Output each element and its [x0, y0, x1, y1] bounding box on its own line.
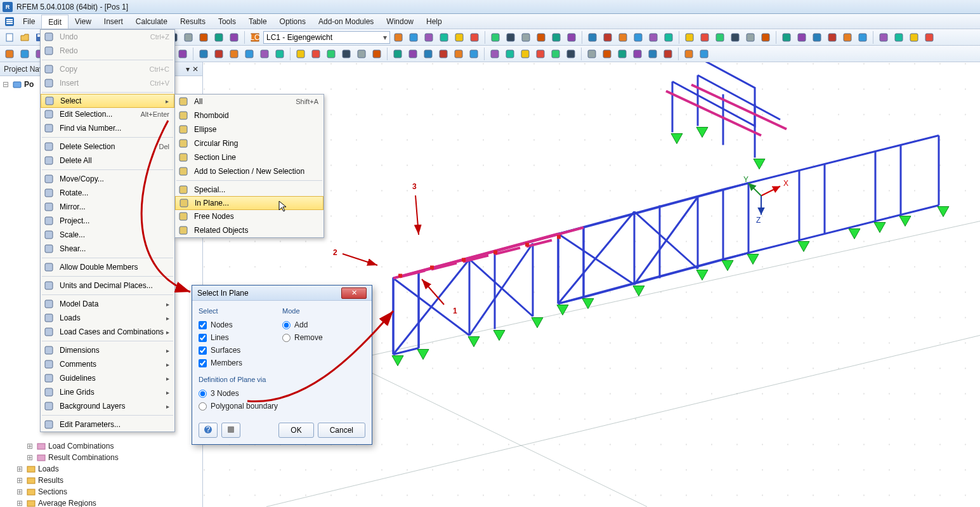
- menuitem-allow-double-members[interactable]: Allow Double Members: [41, 260, 174, 274]
- toolbar-icon[interactable]: [630, 47, 644, 61]
- menuitem-insert[interactable]: InsertCtrl+V: [41, 76, 174, 90]
- toolbar-icon[interactable]: [907, 30, 921, 44]
- help-button[interactable]: ?: [199, 423, 218, 438]
- radio-polygonal[interactable]: Polygonal boundary: [199, 400, 365, 412]
- toolbar-icon[interactable]: [810, 30, 824, 44]
- menu-table[interactable]: Table: [242, 14, 273, 29]
- menu-insert[interactable]: Insert: [98, 14, 129, 29]
- submenuitem-related-objects[interactable]: Related Objects: [175, 223, 323, 237]
- toolbar-icon[interactable]: [601, 30, 615, 44]
- menuitem-guidelines[interactable]: Guidelines▸: [41, 371, 174, 385]
- toolbar-icon[interactable]: [421, 47, 435, 61]
- menu-options[interactable]: Options: [273, 14, 312, 29]
- toolbar-icon[interactable]: [212, 30, 226, 44]
- toolbar-icon[interactable]: [488, 47, 502, 61]
- app-menu-button[interactable]: [3, 14, 16, 29]
- toolbar-icon[interactable]: [600, 47, 614, 61]
- menuitem-shear-[interactable]: Shear...: [41, 242, 174, 256]
- toolbar-icon[interactable]: [840, 30, 854, 44]
- menuitem-units-and-decimal-places-[interactable]: Units and Decimal Places...: [41, 279, 174, 293]
- menuitem-scale-[interactable]: Scale...: [41, 228, 174, 242]
- toolbar-icon[interactable]: [759, 30, 773, 44]
- menuitem-undo[interactable]: UndoCtrl+Z: [41, 30, 174, 44]
- menuitem-select[interactable]: Select▸: [41, 94, 174, 108]
- tree-item[interactable]: Loads: [38, 464, 59, 473]
- toolbar-icon[interactable]: [258, 47, 271, 61]
- toolbar-icon[interactable]: [467, 47, 481, 61]
- cancel-button[interactable]: Cancel: [318, 423, 365, 438]
- toolbar-icon[interactable]: [795, 30, 809, 44]
- toolbar-icon[interactable]: [922, 30, 936, 44]
- submenuitem-rhomboid[interactable]: Rhomboid: [175, 109, 323, 122]
- toolbar-icon[interactable]: [406, 47, 420, 61]
- toolbar-icon[interactable]: [616, 30, 630, 44]
- tree-item[interactable]: Result Combinations: [48, 453, 119, 462]
- menuitem-load-cases-and-combinations[interactable]: Load Cases and Combinations▸: [41, 325, 174, 339]
- toolbar-icon[interactable]: [273, 47, 287, 61]
- toolbar-icon[interactable]: [503, 47, 517, 61]
- toolbar-icon[interactable]: [549, 47, 563, 61]
- toolbar-icon[interactable]: [519, 30, 533, 44]
- menuitem-dimensions[interactable]: Dimensions▸: [41, 343, 174, 357]
- menuitem-edit-parameters-[interactable]: Edit Parameters...: [41, 418, 174, 431]
- toolbar-icon[interactable]: [661, 47, 675, 61]
- menuitem-edit-selection-[interactable]: Edit Selection...Alt+Enter: [41, 107, 174, 121]
- submenuitem-special-[interactable]: Special...: [175, 183, 323, 197]
- tree-item[interactable]: Load Combinations: [48, 442, 114, 451]
- tree-item[interactable]: Sections: [38, 487, 67, 496]
- toolbar-icon[interactable]: [646, 47, 660, 61]
- menuitem-loads[interactable]: Loads▸: [41, 311, 174, 325]
- toolbar-icon[interactable]: [324, 47, 338, 61]
- menuitem-model-data[interactable]: Model Data▸: [41, 297, 174, 311]
- toolbar-icon[interactable]: [355, 47, 369, 61]
- toolbar-icon[interactable]: [294, 47, 308, 61]
- toolbar-icon[interactable]: [436, 47, 450, 61]
- tree-item[interactable]: Average Regions: [38, 499, 96, 507]
- menu-calculate[interactable]: Calculate: [129, 14, 174, 29]
- toolbar-icon[interactable]: [422, 30, 436, 44]
- toolbar-icon[interactable]: [743, 30, 757, 44]
- submenuitem-add-to-selection-new-selection[interactable]: Add to Selection / New Selection: [175, 164, 323, 178]
- menu-help[interactable]: Help: [420, 14, 448, 29]
- submenuitem-free-nodes[interactable]: Free Nodes: [175, 209, 323, 223]
- menu-results[interactable]: Results: [174, 14, 212, 29]
- toolbar-icon[interactable]: [407, 30, 421, 44]
- check-members[interactable]: Members: [199, 357, 275, 369]
- toolbar-icon[interactable]: [565, 30, 578, 44]
- toolbar-icon[interactable]: [3, 47, 16, 61]
- toolbar-icon[interactable]: [391, 30, 405, 44]
- check-lines[interactable]: Lines: [199, 331, 275, 344]
- toolbar-icon[interactable]: [452, 30, 466, 44]
- toolbar-icon[interactable]: [713, 30, 727, 44]
- toolbar-icon[interactable]: [452, 47, 466, 61]
- toolbar-icon[interactable]: [18, 47, 32, 61]
- dialog-titlebar[interactable]: Select In Plane ✕: [192, 286, 372, 301]
- menuitem-copy[interactable]: CopyCtrl+C: [41, 62, 174, 76]
- new-icon[interactable]: [3, 30, 16, 44]
- toolbar-icon[interactable]: [856, 30, 870, 44]
- menu-view[interactable]: View: [69, 14, 98, 29]
- menuitem-background-layers[interactable]: Background Layers▸: [41, 399, 174, 413]
- toolbar-icon[interactable]: [176, 47, 190, 61]
- toolbar-icon[interactable]: [504, 30, 518, 44]
- toolbar-icon[interactable]: [662, 30, 676, 44]
- settings-button[interactable]: [221, 423, 240, 438]
- combo-prefix-icon[interactable]: LC: [248, 30, 262, 44]
- toolbar-icon[interactable]: [728, 30, 742, 44]
- toolbar-icon[interactable]: [698, 30, 712, 44]
- menu-addon[interactable]: Add-on Modules: [312, 14, 380, 29]
- toolbar-icon[interactable]: [197, 30, 211, 44]
- menuitem-rotate-[interactable]: Rotate...: [41, 186, 174, 200]
- toolbar-icon[interactable]: [585, 30, 599, 44]
- ok-button[interactable]: OK: [278, 423, 313, 438]
- toolbar-icon[interactable]: [227, 30, 241, 44]
- open-icon[interactable]: [18, 30, 32, 44]
- menu-tools[interactable]: Tools: [212, 14, 242, 29]
- toolbar-icon[interactable]: [467, 30, 481, 44]
- toolbar-icon[interactable]: [892, 30, 906, 44]
- submenuitem-all[interactable]: AllShift+A: [175, 95, 323, 109]
- menuitem-comments[interactable]: Comments▸: [41, 357, 174, 371]
- toolbar-icon[interactable]: [309, 47, 323, 61]
- toolbar-icon[interactable]: [682, 47, 696, 61]
- submenuitem-in-plane-[interactable]: In Plane...: [175, 196, 323, 210]
